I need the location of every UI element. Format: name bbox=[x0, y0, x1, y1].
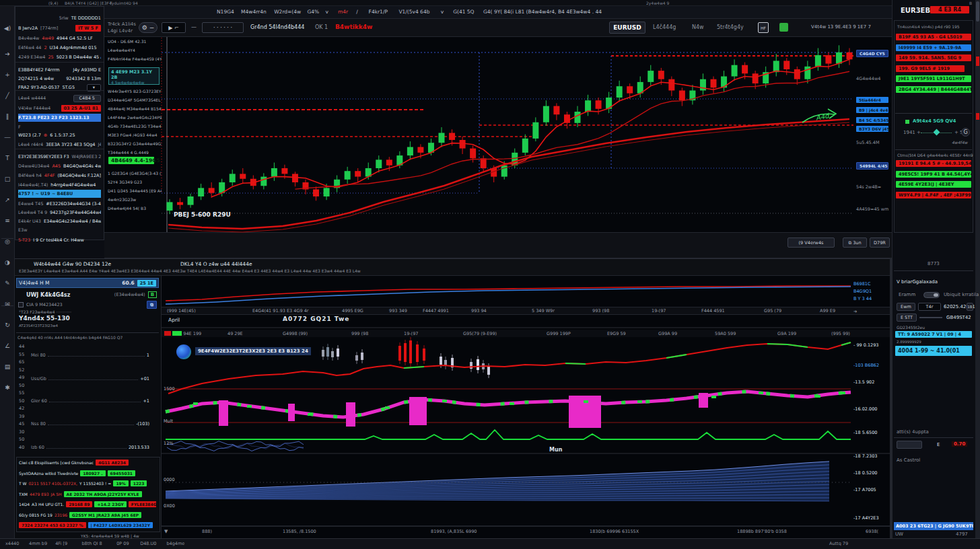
hline-icon[interactable]: ― bbox=[1, 131, 14, 143]
market-row[interactable]: 4249 E34w4255023 B D4w44w 45 A47 bbox=[18, 53, 101, 61]
indicator-row[interactable]: Uss/Gb+01 bbox=[31, 376, 149, 381]
signal-row[interactable]: 19191 E 94.4 5 # - 44.9.19,544 bbox=[896, 160, 971, 167]
market-row[interactable]: B Jwrv2A[774rm]IT W 5 F bbox=[18, 24, 101, 32]
menu-item[interactable]: G4( 9Y( 84(i L81 (B4w4w4r4, B4 4E3w4w4 .… bbox=[483, 9, 602, 15]
watch-symbol-label[interactable]: Y4nd4x 55-130 bbox=[19, 315, 70, 322]
market-row[interactable]: E3Y2E3E3S9EY2EE3 F3W4JRA9EE3 2S bbox=[18, 153, 101, 161]
indicator-row[interactable]: Gler 60+1 bbox=[31, 398, 149, 404]
divider-button[interactable]: (9 V4erw4s bbox=[788, 237, 835, 248]
strategy-label[interactable]: Gr4nd 54l4nd4b444 bbox=[250, 24, 304, 30]
collapse-icon[interactable]: ▼ bbox=[164, 529, 168, 534]
refresh-icon[interactable]: ↻ bbox=[1, 319, 14, 331]
cursor-icon[interactable]: ➔ bbox=[1, 48, 14, 60]
market-button[interactable]: C4B4 5 bbox=[73, 95, 101, 102]
order-e-box[interactable] bbox=[897, 441, 922, 449]
clock-icon[interactable]: ◑ bbox=[1, 256, 14, 268]
grid-icon[interactable]: ▤ bbox=[1, 361, 14, 373]
trendline-icon[interactable]: ╱ bbox=[1, 89, 14, 102]
market-row[interactable]: L4w4 w4444C4B4 5 bbox=[18, 94, 101, 102]
symbol-button[interactable]: EURUSD bbox=[609, 22, 645, 34]
market-row[interactable]: F.T23.8 FE23 23 F23 1323.13 bbox=[18, 114, 101, 122]
order-button-2[interactable]: T4r bbox=[918, 303, 941, 311]
signal-row[interactable]: I49999 I4 E59 + 9A.19-9A bbox=[896, 44, 971, 51]
order-toggle[interactable] bbox=[923, 292, 940, 298]
indicator-subcharts[interactable] bbox=[162, 276, 890, 538]
market-row[interactable]: D4ww4U34w4A45B4G4Qw4G4s 4ww4r4 3 1/3 bbox=[18, 162, 101, 170]
option-badge[interactable]: ⧉ bbox=[147, 301, 157, 309]
risk-slider-icon[interactable]: G bbox=[961, 128, 970, 137]
menu-item[interactable]: F4kr1/P bbox=[369, 9, 388, 15]
star-icon[interactable]: ✱ bbox=[1, 381, 14, 394]
market-row[interactable]: L4w4w4 T4 994237g23F4w44G44w4 bbox=[18, 209, 101, 217]
market-row[interactable]: V4)4w F444w403 25 A-U1 81 bbox=[18, 104, 101, 112]
order-cyan-row-2[interactable]: 4004 1-99 ~ 41.0(01 bbox=[895, 346, 972, 356]
bottom-header-menu[interactable]: E3E3w4E3Y L4w4w4 E3w4w4 A44 E4w Y4w4 4E3… bbox=[19, 268, 477, 273]
panel-splitter[interactable] bbox=[890, 258, 892, 538]
market-row[interactable]: 5-T23I 9 Cr tesl4k4 Cr. H4ww bbox=[18, 236, 101, 244]
toolbar-item-3[interactable]: 5tr4t4g4y bbox=[717, 24, 744, 30]
market-row[interactable]: B4v4w4w4w494944 G4 52.5 LF bbox=[18, 34, 101, 42]
signal-row[interactable]: 2BG4 4Y34.449 | B444G4B44T bbox=[896, 86, 971, 93]
signal-row[interactable]: 149 59. 914. 5AN5. 5EG 9 bbox=[896, 54, 971, 61]
text-icon[interactable]: T bbox=[1, 152, 14, 164]
pencil-icon[interactable]: ✎ bbox=[1, 277, 14, 289]
alert-label[interactable]: B4wtikk4w bbox=[335, 24, 372, 30]
play-button[interactable]: ▶ ⌐ bbox=[162, 22, 186, 33]
ok-label[interactable]: OK 1 bbox=[315, 24, 328, 30]
market-row[interactable]: B4f4w4 h44F4F(B4G4Q4w4s F.12A] bbox=[18, 172, 101, 180]
instrument-badge[interactable]: B bbox=[148, 291, 157, 298]
option-row[interactable]: CIA 9 M4234423 ⧉ bbox=[16, 301, 159, 309]
order-button-1[interactable]: Ewm bbox=[897, 303, 915, 311]
signal-row[interactable]: J9E1 19Y5F591 L911G1H9T bbox=[896, 75, 971, 82]
crosshair-icon[interactable]: + bbox=[1, 69, 14, 81]
menu-item[interactable]: v bbox=[441, 9, 444, 15]
angle-icon[interactable]: ∠ bbox=[1, 340, 14, 352]
mail-icon[interactable]: ✉ bbox=[1, 298, 14, 310]
fibonacci-icon[interactable]: ≡ bbox=[1, 215, 14, 227]
signal-row[interactable]: 4E59E 4Y2E3(J | 4E3EY bbox=[896, 181, 971, 188]
market-row[interactable]: W023 (2.7⊕6 1.5:37.25 bbox=[18, 131, 101, 139]
legend-signal-box[interactable]: 4 4E99 M23 3.1Y 2B 4 5w4w4w4w4w bbox=[108, 67, 160, 85]
instrument-row[interactable]: UWJ K4k4G4sz (E34w4w4w4) B bbox=[16, 290, 159, 299]
menu-item[interactable]: W2rd=(4w bbox=[274, 9, 301, 15]
buy-signal-badge[interactable]: 4B4649 4.4-19G5 bbox=[108, 157, 154, 164]
hf-icon[interactable]: HF bbox=[758, 22, 769, 33]
signal-row[interactable]: 199. G9 9EL5 # 1919 bbox=[896, 65, 965, 72]
gear-button[interactable]: ⚙ − bbox=[139, 22, 158, 33]
volume-row[interactable]: V4)4w4 H M 60.6 25 1E bbox=[16, 278, 159, 288]
order-button-3[interactable]: E STT bbox=[897, 314, 917, 322]
zoom-icon[interactable]: ◎ bbox=[1, 235, 14, 248]
menu-item[interactable]: / bbox=[356, 9, 358, 15]
channel-icon[interactable]: ‖ bbox=[1, 110, 14, 122]
checkbox-icon[interactable] bbox=[18, 302, 24, 307]
market-row[interactable]: E3w bbox=[18, 226, 101, 234]
market-row[interactable]: 5riwTE DDDDDD1 bbox=[18, 14, 101, 22]
timeframe-box[interactable]: · · · · · · bbox=[202, 22, 244, 33]
menu-item[interactable]: v bbox=[326, 9, 328, 15]
order-cyan-row-1[interactable]: TT: 9 A59022 7 V1 | 09 | 4 bbox=[895, 331, 972, 338]
market-row[interactable]: 2Q74215 4 w4w9243342 8 13m bbox=[18, 75, 101, 83]
indicator-legend-highlight[interactable]: 9E4F4W2E32E3T2E3X2E3 2E3 E3 B123 24 bbox=[195, 347, 311, 355]
order-row2-box[interactable]: 1B bbox=[967, 303, 973, 311]
chart-grid-icon[interactable] bbox=[779, 23, 788, 32]
scrollbar-thumb[interactable] bbox=[976, 1, 979, 22]
menu-item[interactable]: G(41 5Q bbox=[453, 9, 474, 15]
right-symbol-badge[interactable]: 4 E3 R4 bbox=[930, 6, 969, 13]
scrollbar-track[interactable] bbox=[975, 0, 980, 538]
market-row[interactable]: F bbox=[18, 123, 101, 131]
market-row[interactable]: E4f4w4 442U34 A4gr4mm4d 015 bbox=[18, 44, 101, 52]
toolbar-item-1[interactable]: L4č444g bbox=[653, 24, 676, 30]
indicator-row[interactable]: Izb 602013.533 bbox=[31, 445, 149, 450]
menu-item[interactable]: V1/(5v4 64b bbox=[398, 9, 429, 15]
order-bottom-bar[interactable]: A003 23 6TG23 | G JG90 5UK9T0 bbox=[894, 522, 973, 530]
toolbar-item-2[interactable]: N4w bbox=[692, 24, 704, 30]
market-row[interactable]: L4w4 r44r43EE3A 3Y23 4E3 5Qg4J4-59 bbox=[18, 141, 101, 149]
menu-item[interactable]: M4w4rr4n bbox=[241, 9, 267, 15]
rect-icon[interactable]: □ bbox=[1, 173, 14, 185]
menu-item[interactable]: m4r bbox=[338, 9, 348, 15]
market-row[interactable]: E4k4r U43E34w4G4s234w4w4 / B4w. bbox=[18, 217, 101, 225]
indicator-row[interactable]: Mei 801 bbox=[31, 353, 149, 358]
indicator-row[interactable]: Nss 80-(103) bbox=[31, 421, 149, 427]
menu-item[interactable]: G4% bbox=[307, 9, 319, 15]
signal-row[interactable]: B19F 45 93 A5 - G4 L5019 bbox=[896, 34, 971, 40]
